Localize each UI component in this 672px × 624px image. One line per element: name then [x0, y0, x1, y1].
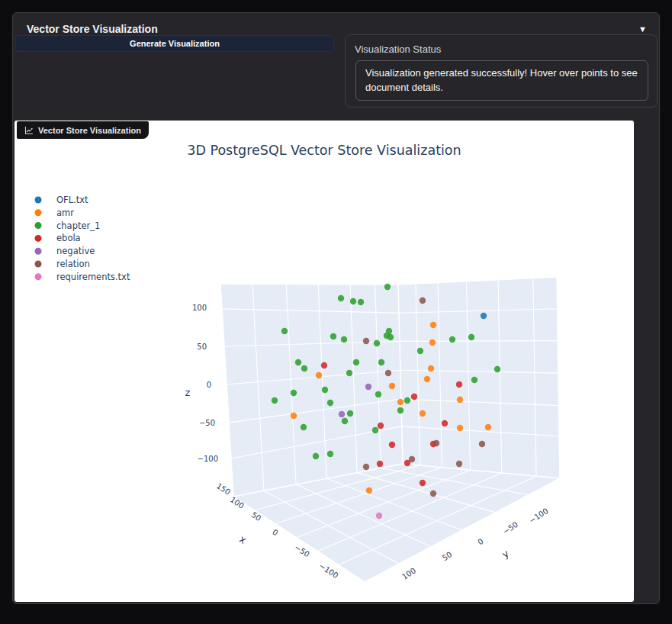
data-point[interactable]	[409, 456, 415, 462]
data-point[interactable]	[316, 372, 322, 378]
legend-label: negative	[56, 246, 95, 256]
data-point[interactable]	[338, 295, 344, 301]
data-point[interactable]	[342, 418, 348, 424]
legend-item[interactable]: ebola	[35, 233, 81, 243]
plot-tab-label: Vector Store Visualization	[38, 126, 141, 135]
data-point[interactable]	[363, 464, 369, 470]
data-point[interactable]	[365, 384, 371, 390]
data-point[interactable]	[428, 365, 434, 372]
legend-marker	[35, 209, 42, 216]
data-point[interactable]	[281, 328, 288, 334]
z-axis-title: z	[185, 387, 191, 398]
data-point[interactable]	[375, 391, 381, 397]
data-point[interactable]	[378, 359, 384, 365]
legend-label: ebola	[56, 233, 81, 243]
y-tick-label: 50	[441, 550, 454, 562]
y-tick-label: −50	[501, 520, 519, 536]
data-point[interactable]	[457, 397, 463, 403]
data-point[interactable]	[481, 313, 487, 319]
data-point[interactable]	[313, 453, 319, 459]
data-point[interactable]	[347, 410, 353, 417]
data-point[interactable]	[377, 461, 383, 467]
legend-item[interactable]: chapter_1	[35, 220, 101, 231]
x-tick-label: 150	[215, 481, 232, 497]
chart-icon	[24, 126, 34, 135]
data-point[interactable]	[494, 366, 500, 372]
data-point[interactable]	[457, 425, 463, 431]
data-point[interactable]	[397, 399, 404, 405]
data-point[interactable]	[339, 411, 345, 417]
data-point[interactable]	[272, 397, 278, 404]
y-axis-title: y	[500, 548, 511, 561]
y-tick-label: 0	[476, 537, 484, 547]
data-point[interactable]	[376, 513, 382, 519]
legend-item[interactable]: OFL.txt	[35, 195, 89, 205]
z-tick-label: 100	[192, 304, 207, 312]
status-section: Visualization Status Visualization gener…	[345, 34, 658, 108]
data-point[interactable]	[456, 381, 462, 388]
data-point[interactable]	[397, 407, 404, 413]
collapse-icon[interactable]: ▼	[638, 24, 647, 34]
data-point[interactable]	[449, 336, 455, 343]
data-point[interactable]	[327, 400, 333, 406]
data-point[interactable]	[346, 370, 352, 376]
accordion-title: Vector Store Visualization	[27, 23, 158, 35]
data-point[interactable]	[301, 424, 307, 430]
data-point[interactable]	[420, 410, 426, 417]
data-point[interactable]	[485, 424, 491, 430]
data-point[interactable]	[430, 491, 436, 497]
data-point[interactable]	[479, 441, 485, 447]
data-point[interactable]	[366, 487, 372, 494]
status-message-box: Visualization generated successfully! Ho…	[355, 60, 648, 101]
data-point[interactable]	[374, 340, 380, 346]
legend-item[interactable]: requirements.txt	[35, 272, 130, 282]
data-point[interactable]	[295, 359, 301, 365]
data-point[interactable]	[442, 420, 448, 426]
data-point[interactable]	[327, 451, 333, 457]
data-point[interactable]	[358, 299, 364, 305]
data-point[interactable]	[433, 440, 439, 446]
data-point[interactable]	[417, 348, 423, 354]
x-tick-label: 0	[271, 528, 279, 538]
status-label: Visualization Status	[355, 43, 441, 55]
data-point[interactable]	[321, 362, 327, 368]
data-point[interactable]	[430, 322, 436, 328]
data-point[interactable]	[353, 359, 359, 365]
legend-item[interactable]: relation	[35, 259, 90, 269]
legend-item[interactable]: amr	[35, 207, 75, 218]
legend-label: relation	[56, 259, 90, 269]
scatter3d-plot[interactable]: 150100500−50−100100500−50−100100500−50−1…	[14, 121, 634, 602]
generate-visualization-button[interactable]: Generate Visualization	[15, 35, 334, 52]
data-point[interactable]	[420, 298, 426, 304]
data-point[interactable]	[301, 365, 307, 372]
data-point[interactable]	[385, 370, 391, 376]
data-point[interactable]	[471, 377, 477, 383]
data-point[interactable]	[330, 333, 336, 339]
data-point[interactable]	[456, 461, 462, 467]
legend-marker	[35, 273, 42, 280]
z-tick-label: −50	[199, 419, 215, 427]
data-point[interactable]	[378, 423, 384, 429]
legend-item[interactable]: negative	[35, 246, 95, 256]
data-point[interactable]	[424, 376, 430, 382]
data-point[interactable]	[404, 397, 410, 404]
data-point[interactable]	[429, 339, 436, 346]
data-point[interactable]	[363, 338, 369, 344]
data-point[interactable]	[372, 427, 378, 433]
legend-label: OFL.txt	[56, 195, 88, 205]
data-point[interactable]	[389, 442, 395, 448]
data-point[interactable]	[322, 387, 328, 393]
data-point[interactable]	[341, 336, 347, 343]
data-point[interactable]	[387, 334, 394, 340]
data-point[interactable]	[350, 298, 356, 304]
data-point[interactable]	[411, 394, 417, 400]
data-point[interactable]	[389, 383, 395, 389]
data-point[interactable]	[468, 334, 474, 340]
data-point[interactable]	[291, 413, 297, 419]
z-tick-label: 50	[197, 343, 207, 351]
data-point[interactable]	[291, 390, 297, 396]
data-point[interactable]	[420, 480, 426, 486]
data-point[interactable]	[384, 284, 391, 290]
y-tick-label: 100	[400, 566, 417, 581]
legend-marker	[35, 197, 42, 204]
